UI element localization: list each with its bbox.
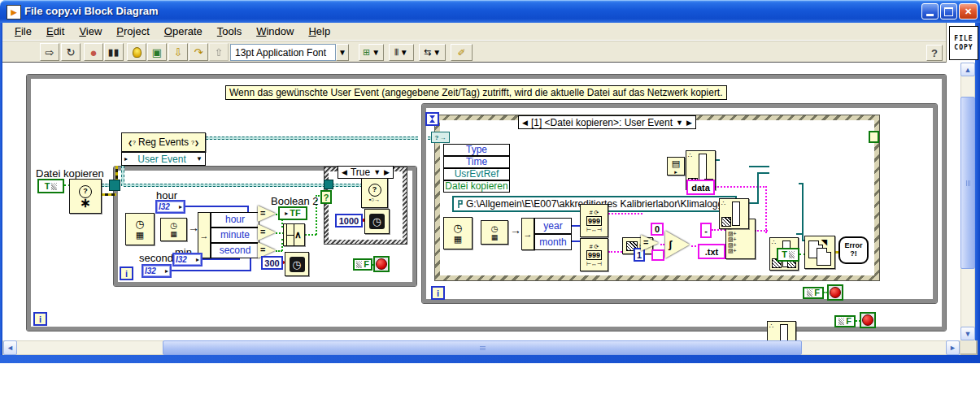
get-date-time-node[interactable]: ◷ ▦ <box>125 213 155 245</box>
number-to-string-node[interactable]: # ⟳ 999 ⊢↔⊣ <box>580 204 608 237</box>
align-objects-dropdown[interactable]: ⊞▼ <box>359 44 384 61</box>
scroll-up-button[interactable]: ▲ <box>960 63 975 76</box>
create-user-event-node[interactable]: ? ∗ <box>69 179 102 214</box>
menu-view[interactable]: View <box>72 24 109 39</box>
unbundle-by-name-node[interactable]: year month <box>534 218 572 250</box>
case-tunnel[interactable] <box>324 180 333 189</box>
equal-node[interactable]: = <box>641 235 659 251</box>
abort-button[interactable]: ● <box>84 43 103 61</box>
dash-string-constant[interactable]: - <box>700 223 712 238</box>
font-selector[interactable]: 13pt Application Font <box>230 44 336 61</box>
distribute-objects-dropdown[interactable]: ⫴▼ <box>389 44 414 61</box>
loop-condition-terminal[interactable] <box>373 256 390 272</box>
second-i32-terminal[interactable]: I32▸ <box>142 264 172 278</box>
menu-help[interactable]: Help <box>301 24 338 39</box>
case-selector-label[interactable]: ◀ True ▼ ▶ <box>338 166 394 179</box>
menu-file[interactable]: File <box>7 24 39 39</box>
equal-node[interactable]: = <box>258 224 276 240</box>
empty-string-constant[interactable] <box>651 249 664 261</box>
iteration-terminal[interactable]: i <box>120 266 133 280</box>
min-i32-terminal[interactable]: I32▸ <box>172 253 203 266</box>
reorder-dropdown[interactable]: ⇆▼ <box>419 44 446 61</box>
false-constant[interactable]: F <box>803 287 824 299</box>
number-to-string-node[interactable]: # ⟳ 999 ⊢↔⊣ <box>580 238 608 271</box>
loop-condition-terminal[interactable] <box>827 284 843 301</box>
free-label-comment[interactable]: Wenn das gewünschte User Event (angegebe… <box>225 85 727 100</box>
dynamic-event-terminal[interactable]: ?→ <box>431 132 450 143</box>
step-over-button[interactable]: ↷ <box>189 43 208 61</box>
event-selector-label[interactable]: ◀ [1] <Datei kopieren>: User Event ▼ ▶ <box>518 115 696 129</box>
iteration-terminal[interactable]: i <box>33 312 47 326</box>
event-data-field[interactable]: Type <box>443 144 510 156</box>
event-data-field[interactable]: UsrEvtRef <box>443 168 510 180</box>
event-data-field[interactable]: Datei kopieren <box>443 180 510 193</box>
cluster-field[interactable]: minute <box>211 228 259 243</box>
event-timeout-terminal[interactable] <box>425 112 439 126</box>
event-structure-tunnel[interactable] <box>869 131 879 143</box>
resize-grip[interactable] <box>960 340 978 355</box>
wait-ms-node[interactable]: ◷ <box>364 209 390 234</box>
unbundle-by-name-node[interactable]: hour minute second <box>211 212 259 258</box>
event-data-node[interactable]: Type Time UsrEvtRef Datei kopieren <box>443 144 510 193</box>
menu-operate[interactable]: Operate <box>157 24 210 39</box>
title-bar[interactable]: ▶ File copy.vi Block Diagram ✕ <box>0 0 980 23</box>
event-data-field[interactable]: Time <box>443 156 510 168</box>
register-for-events-node[interactable]: ❮? Reg Events ?❯ <box>121 132 206 152</box>
open-vi-reference-icon[interactable]: ▤▸ <box>667 157 685 176</box>
iteration-terminal[interactable]: i <box>431 286 445 300</box>
close-button[interactable]: ✕ <box>959 3 978 20</box>
false-constant[interactable]: F <box>834 315 856 327</box>
menu-tools[interactable]: Tools <box>210 24 249 39</box>
loop-condition-terminal[interactable] <box>860 312 876 328</box>
boolean2-label[interactable]: Boolean 2 <box>271 195 319 207</box>
chevron-down-icon[interactable]: ▼ <box>676 119 683 127</box>
boolean2-indicator-terminal[interactable]: ▸TF <box>278 206 307 220</box>
menu-window[interactable]: Window <box>249 24 301 39</box>
font-selector-dropdown-button[interactable]: ▼ <box>336 44 349 61</box>
wait-1000-constant[interactable]: 1000 <box>335 214 363 228</box>
pause-button[interactable]: ▮▮ <box>104 43 124 61</box>
maximize-button[interactable] <box>940 3 957 20</box>
true-constant[interactable]: T <box>777 248 799 262</box>
strip-path-node[interactable]: ∴ <box>719 198 749 229</box>
retain-wire-values-button[interactable]: ▣ <box>147 43 167 61</box>
generate-user-event-node[interactable]: ? ▪○→ <box>361 178 388 208</box>
event-prev-icon[interactable]: ◀ <box>522 119 528 127</box>
simple-error-handler-node[interactable]: Error ?! <box>838 236 869 264</box>
cluster-field[interactable]: year <box>534 218 572 234</box>
run-continuous-button[interactable]: ↻ <box>61 43 81 61</box>
event-source-selector[interactable]: ▸ User Event ▼ <box>121 152 206 166</box>
false-constant[interactable]: F <box>353 258 372 271</box>
seconds-to-date-time-node[interactable]: ◷ ▦ <box>160 218 187 241</box>
case-prev-icon[interactable]: ◀ <box>342 168 347 176</box>
step-out-button[interactable]: ⇧ <box>209 43 229 61</box>
context-help-button[interactable]: ? <box>926 45 943 61</box>
txt-string-constant[interactable]: .txt <box>698 244 725 259</box>
cleanup-diagram-button[interactable]: ✐ <box>451 44 473 61</box>
zero-string-constant[interactable]: 0 <box>651 223 664 236</box>
case-next-icon[interactable]: ▶ <box>384 168 390 176</box>
scroll-down-button[interactable]: ▼ <box>960 327 975 340</box>
run-button[interactable]: ⇨ <box>40 43 59 61</box>
minimize-button[interactable] <box>921 3 939 20</box>
step-into-button[interactable]: ⇩ <box>168 43 188 61</box>
wait-ms-node[interactable]: ◷ <box>285 252 309 276</box>
data-string-constant[interactable]: data <box>686 180 715 195</box>
vertical-scrollbar-thumb[interactable] <box>960 97 975 269</box>
equal-node[interactable]: = <box>258 206 276 222</box>
scroll-right-button[interactable]: ► <box>946 340 960 355</box>
and-compound-node[interactable]: ∧ <box>283 223 305 246</box>
vi-icon-pane[interactable]: FILE COPY <box>949 26 978 60</box>
copy-file-node[interactable]: ◥ <box>804 236 835 269</box>
get-date-time-node[interactable]: ◷ ▦ <box>443 217 473 249</box>
second-label[interactable]: second <box>139 252 173 264</box>
chevron-down-icon[interactable]: ▼ <box>373 168 381 176</box>
datei-kopieren-boolean-terminal[interactable]: T <box>37 179 64 193</box>
case-selector-terminal[interactable]: ? <box>320 190 332 204</box>
datei-kopieren-label[interactable]: Datei kopieren <box>36 167 104 180</box>
highlight-execution-button[interactable] <box>127 43 146 61</box>
wait-300-constant[interactable]: 300 <box>261 256 283 270</box>
cluster-field[interactable]: second <box>211 243 259 258</box>
seconds-to-date-time-node[interactable]: ◷ ▦ <box>481 220 508 245</box>
scroll-left-button[interactable]: ◄ <box>3 340 17 355</box>
